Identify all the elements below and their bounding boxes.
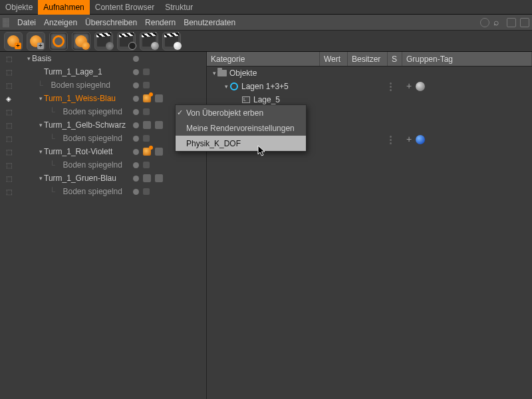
new-take-button[interactable]: + bbox=[4, 32, 23, 51]
status-dot-icon[interactable] bbox=[133, 176, 139, 182]
selection-marker-icon[interactable]: ⬚ bbox=[4, 122, 13, 129]
status-dot-icon[interactable] bbox=[133, 96, 139, 102]
drag-handle-icon[interactable] bbox=[388, 82, 393, 91]
take-row[interactable]: ⬚└Boden spiegelnd bbox=[0, 158, 206, 172]
drag-grip-icon[interactable] bbox=[3, 18, 9, 27]
take-label[interactable]: Turm_1_Gruen-Blau bbox=[44, 174, 116, 183]
override-label[interactable]: Lage_5 bbox=[253, 95, 280, 104]
take-row[interactable]: ⬚└Boden spiegelnd bbox=[0, 78, 206, 92]
render-settings-2-button[interactable] bbox=[117, 32, 136, 51]
take-label[interactable]: Turm_1_Rot-Violett bbox=[44, 147, 112, 156]
status-dot-icon[interactable] bbox=[133, 189, 139, 195]
tab-content-browser[interactable]: Content Browser bbox=[90, 0, 160, 15]
material-sphere-icon[interactable] bbox=[416, 135, 425, 144]
status-dot-icon[interactable] bbox=[133, 136, 139, 142]
override-slot-icon[interactable] bbox=[143, 108, 150, 115]
render-settings-3-button[interactable] bbox=[140, 32, 158, 51]
take-row[interactable]: ⬚└Boden spiegelnd bbox=[0, 185, 206, 198]
tab-objekte[interactable]: Objekte bbox=[0, 0, 38, 15]
take-label[interactable]: Basis bbox=[32, 54, 51, 63]
disclosure-toggle[interactable]: ▾ bbox=[211, 70, 217, 76]
take-row[interactable]: ⬚▾Basis bbox=[0, 52, 206, 65]
status-dot-icon[interactable] bbox=[133, 56, 139, 62]
context-menu-item[interactable]: ✓Von Überobjekt erben bbox=[176, 105, 306, 120]
help-icon[interactable] bbox=[480, 18, 489, 27]
menu-datei[interactable]: Datei bbox=[17, 18, 36, 27]
selection-marker-icon[interactable]: ⬚ bbox=[4, 148, 13, 156]
camera-slot-icon[interactable] bbox=[143, 121, 151, 129]
take-label[interactable]: Boden spiegelnd bbox=[63, 107, 122, 116]
override-label[interactable]: Lagen 1+3+5 bbox=[241, 82, 289, 91]
status-dot-icon[interactable] bbox=[133, 149, 139, 155]
camera-slot-icon[interactable] bbox=[155, 121, 163, 129]
status-dot-icon[interactable] bbox=[133, 109, 139, 115]
selection-marker-icon[interactable]: ⬚ bbox=[4, 108, 13, 116]
disclosure-toggle[interactable]: ▾ bbox=[37, 148, 44, 155]
override-label[interactable]: Objekte bbox=[229, 68, 257, 78]
add-tag-button[interactable]: + bbox=[405, 82, 413, 90]
take-label[interactable]: Turm_1_Weiss-Blau bbox=[44, 94, 116, 103]
new-take-child-button[interactable]: + bbox=[27, 32, 45, 51]
status-dot-icon[interactable] bbox=[133, 122, 139, 128]
selection-marker-icon[interactable]: ⬚ bbox=[4, 188, 13, 196]
status-dot-icon[interactable] bbox=[133, 82, 139, 88]
camera-slot-icon[interactable] bbox=[155, 148, 163, 156]
col-kategorie[interactable]: Kategorie bbox=[207, 52, 320, 66]
drag-handle-icon[interactable] bbox=[388, 136, 393, 144]
disclosure-toggle[interactable]: ▾ bbox=[37, 122, 44, 128]
camera-slot-icon[interactable] bbox=[155, 174, 163, 182]
selection-marker-icon[interactable]: ⬚ bbox=[4, 135, 13, 142]
selection-marker-icon[interactable]: ◈ bbox=[4, 95, 13, 102]
take-label[interactable]: Boden spiegelnd bbox=[51, 80, 110, 90]
col-wert[interactable]: Wert bbox=[320, 52, 348, 66]
override-slot-icon[interactable] bbox=[143, 135, 150, 142]
tab-struktur[interactable]: Struktur bbox=[160, 0, 198, 15]
disclosure-toggle[interactable]: ▾ bbox=[25, 55, 32, 62]
take-label[interactable]: Turm_1_Gelb-Schwarz bbox=[44, 120, 126, 130]
selection-marker-icon[interactable]: ⬚ bbox=[4, 162, 13, 169]
material-sphere-icon[interactable] bbox=[416, 82, 425, 91]
search-icon[interactable] bbox=[493, 18, 503, 27]
camera-slot-icon[interactable] bbox=[143, 174, 151, 182]
override-slot-icon[interactable] bbox=[143, 82, 150, 88]
add-tag-button[interactable]: + bbox=[405, 136, 413, 144]
panel-max-icon[interactable] bbox=[520, 18, 529, 27]
menu-benutzerdaten[interactable]: Benutzerdaten bbox=[184, 18, 235, 27]
override-row[interactable]: ▾Lagen 1+3+5+ bbox=[207, 80, 532, 93]
render-setting-icon[interactable] bbox=[143, 94, 151, 102]
take-label[interactable]: Boden spiegelnd bbox=[63, 134, 122, 143]
context-menu-item[interactable]: Meine Rendervoreinstellungen bbox=[176, 120, 306, 136]
menu-ueberschreiben[interactable]: Überschreiben bbox=[85, 18, 137, 27]
selection-marker-icon[interactable]: ⬚ bbox=[4, 82, 13, 89]
take-row[interactable]: ⬚▾Turm_1_Gruen-Blau bbox=[0, 172, 206, 185]
show-takes-toggle[interactable] bbox=[72, 32, 90, 51]
render-settings-4-button[interactable] bbox=[162, 32, 181, 51]
take-label[interactable]: Boden spiegelnd bbox=[63, 187, 122, 196]
selection-marker-icon[interactable]: ⬚ bbox=[4, 175, 13, 182]
auto-take-toggle[interactable] bbox=[49, 32, 68, 51]
override-row[interactable]: ▾Objekte bbox=[207, 66, 532, 80]
take-row[interactable]: ◈▾Turm_1_Weiss-Blau bbox=[0, 92, 206, 105]
override-slot-icon[interactable] bbox=[143, 162, 150, 168]
context-menu-item[interactable]: Physik_K_DOF bbox=[176, 136, 306, 151]
disclosure-toggle[interactable]: ▾ bbox=[37, 95, 44, 102]
override-slot-icon[interactable] bbox=[143, 188, 150, 195]
menu-rendern[interactable]: Rendern bbox=[145, 18, 176, 27]
col-gruppen-tag[interactable]: Gruppen-Tag bbox=[402, 52, 532, 66]
take-row[interactable]: ⬚Turm_1_Lage_1 bbox=[0, 65, 206, 78]
selection-marker-icon[interactable]: ⬚ bbox=[4, 55, 13, 63]
camera-slot-icon[interactable] bbox=[155, 94, 163, 102]
col-besitzer[interactable]: Besitzer bbox=[348, 52, 388, 66]
tab-aufnahmen[interactable]: Aufnahmen bbox=[38, 0, 89, 15]
take-label[interactable]: Turm_1_Lage_1 bbox=[44, 67, 102, 76]
disclosure-toggle[interactable]: ▾ bbox=[223, 83, 229, 90]
panel-min-icon[interactable] bbox=[507, 18, 516, 27]
render-setting-icon[interactable] bbox=[143, 148, 151, 156]
disclosure-toggle[interactable]: ▾ bbox=[37, 175, 44, 182]
col-s[interactable]: S bbox=[388, 52, 402, 66]
take-label[interactable]: Boden spiegelnd bbox=[63, 160, 122, 170]
override-slot-icon[interactable] bbox=[143, 68, 150, 75]
menu-anzeigen[interactable]: Anzeigen bbox=[44, 18, 77, 27]
render-settings-1-button[interactable] bbox=[94, 32, 113, 51]
status-dot-icon[interactable] bbox=[133, 162, 139, 168]
